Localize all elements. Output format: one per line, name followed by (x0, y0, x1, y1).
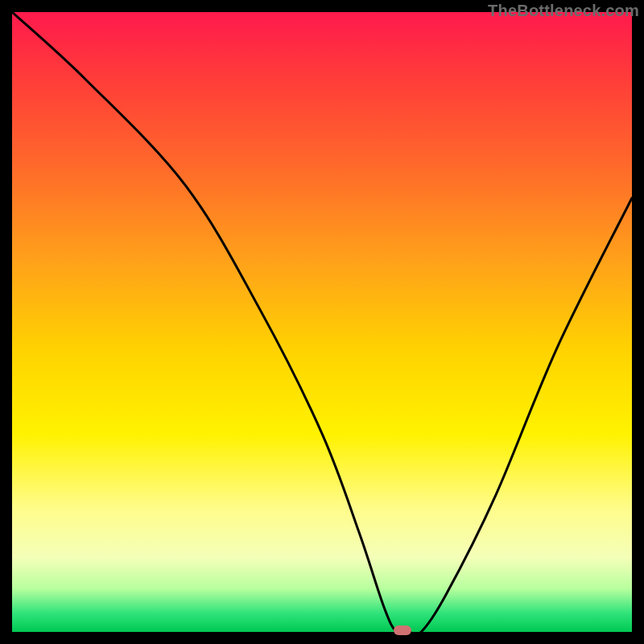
watermark-text: TheBottleneck.com (488, 2, 639, 20)
chart-frame: TheBottleneck.com (0, 0, 644, 644)
chart-plot-area (12, 12, 632, 632)
bottleneck-curve (12, 12, 632, 632)
optimal-point-marker (394, 625, 411, 635)
curve-path (12, 12, 632, 632)
